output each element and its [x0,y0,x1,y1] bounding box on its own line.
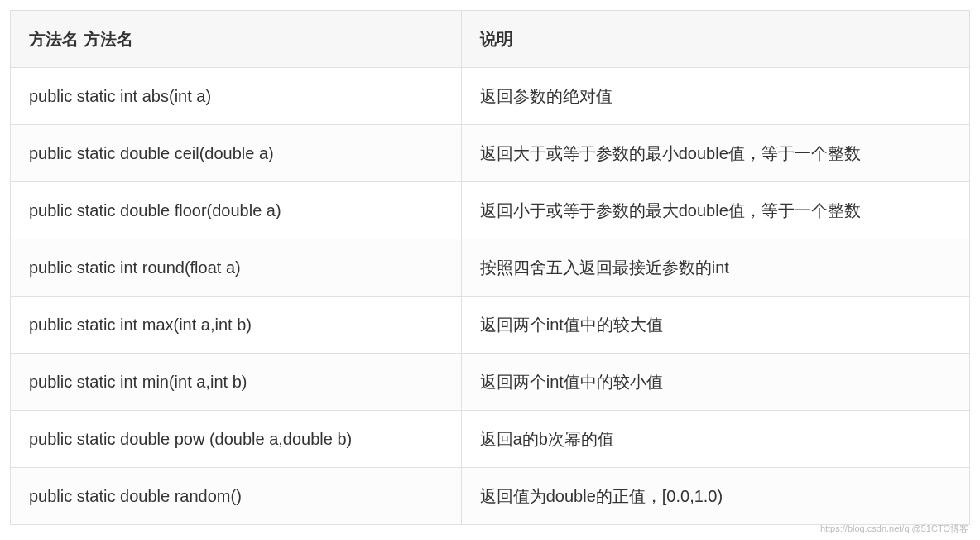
cell-description: 返回两个int值中的较大值 [461,297,969,354]
cell-description: 返回参数的绝对值 [461,68,969,125]
table-row: public static int min(int a,int b) 返回两个i… [11,354,970,411]
cell-description: 按照四舍五入返回最接近参数的int [461,239,969,297]
cell-method: public static double floor(double a) [11,182,462,239]
table-row: public static double pow (double a,doubl… [11,411,970,468]
table-row: public static int abs(int a) 返回参数的绝对值 [11,68,970,125]
table-row: public static double floor(double a) 返回小… [11,182,970,239]
table-row: public static double ceil(double a) 返回大于… [11,125,970,182]
cell-method: public static double ceil(double a) [11,125,462,182]
header-description: 说明 [461,11,969,68]
cell-description: 返回a的b次幂的值 [461,411,969,468]
cell-method: public static int max(int a,int b) [11,297,462,354]
cell-description: 返回小于或等于参数的最大double值，等于一个整数 [461,182,969,239]
header-method: 方法名 方法名 [11,11,462,68]
cell-method: public static int abs(int a) [11,68,462,125]
cell-description: 返回大于或等于参数的最小double值，等于一个整数 [461,125,969,182]
cell-method: public static double pow (double a,doubl… [11,411,462,468]
cell-method: public static double random() [11,468,462,525]
cell-method: public static int min(int a,int b) [11,354,462,411]
cell-description: 返回两个int值中的较小值 [461,354,969,411]
table-row: public static double random() 返回值为double… [11,468,970,525]
cell-description: 返回值为double的正值，[0.0,1.0) [461,468,969,525]
table-row: public static int max(int a,int b) 返回两个i… [11,297,970,354]
methods-table: 方法名 方法名 说明 public static int abs(int a) … [10,10,970,525]
table-header-row: 方法名 方法名 说明 [11,11,970,68]
cell-method: public static int round(float a) [11,239,462,297]
table-row: public static int round(float a) 按照四舍五入返… [11,239,970,297]
